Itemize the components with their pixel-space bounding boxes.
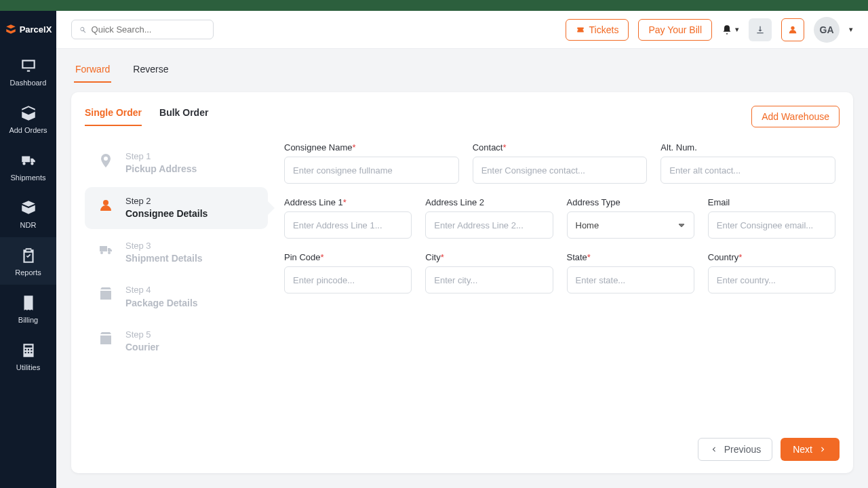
state-field[interactable] (567, 266, 694, 293)
truck-icon (98, 242, 114, 258)
direction-tabs: Forward Reverse (56, 49, 868, 83)
tab-forward[interactable]: Forward (74, 60, 111, 83)
addr1-label: Address Line 1 (284, 197, 412, 207)
monitor-icon (19, 57, 38, 75)
previous-button[interactable]: Previous (698, 438, 772, 461)
sidebar-item-shipments[interactable]: Shipments (0, 142, 56, 190)
contact-field[interactable] (473, 157, 648, 184)
user-icon (787, 24, 798, 35)
box-icon (98, 331, 114, 347)
address-type-select[interactable]: Home (567, 211, 694, 239)
city-label: City (425, 252, 553, 262)
sidebar-item-label: Add Orders (9, 126, 47, 134)
sidebar-item-billing[interactable]: Billing (0, 285, 56, 332)
stepper: Step 1Pickup Address Step 2Consignee Det… (85, 136, 268, 438)
email-field[interactable] (708, 211, 835, 239)
pin-label: Pin Code (284, 252, 412, 262)
order-type-tabs: Single Order Bulk Order (85, 107, 208, 126)
card-body: Step 1Pickup Address Step 2Consignee Det… (85, 136, 840, 438)
sidebar-item-add-orders[interactable]: Add Orders (0, 95, 56, 142)
tickets-button[interactable]: Tickets (566, 19, 629, 41)
sidebar-item-label: Billing (18, 316, 38, 324)
contact-label: Contact (473, 142, 648, 152)
add-warehouse-button[interactable]: Add Warehouse (751, 106, 840, 127)
step-5-courier[interactable]: Step 5Courier (85, 321, 268, 363)
sidebar-item-ndr[interactable]: NDR (0, 190, 56, 237)
step-3-shipment-details[interactable]: Step 3Shipment Details (85, 232, 268, 274)
location-pin-icon (98, 152, 114, 169)
package-return-icon (19, 199, 38, 217)
consignee-form: Consignee Name Contact Alt. Num. Address (268, 136, 840, 438)
sidebar-item-label: Reports (15, 268, 41, 277)
bell-icon (722, 24, 732, 35)
ticket-icon (576, 25, 585, 35)
notifications-dropdown[interactable]: ▾ (722, 24, 739, 35)
sidebar-item-utilities[interactable]: Utilities (0, 332, 56, 380)
arrow-right-icon (818, 445, 827, 454)
logo-icon (5, 23, 17, 35)
calculator-icon (19, 342, 38, 359)
state-label: State (567, 252, 694, 262)
addr2-label: Address Line 2 (425, 197, 553, 207)
box-icon (98, 286, 114, 302)
addr1-field[interactable] (284, 211, 412, 239)
card-footer: Previous Next (85, 438, 840, 461)
sidebar: ParcelX Dashboard Add Orders Shipments N… (0, 11, 56, 488)
truck-icon (19, 152, 38, 169)
user-icon (98, 197, 114, 214)
consignee-name-label: Consignee Name (284, 142, 459, 152)
download-icon (755, 24, 766, 35)
sidebar-item-label: Shipments (11, 174, 46, 182)
main-area: Tickets Pay Your Bill ▾ GA ▾ Forward Rev… (56, 11, 868, 488)
sidebar-item-label: Dashboard (10, 79, 47, 87)
next-button[interactable]: Next (781, 438, 840, 461)
search-input-wrap[interactable] (71, 20, 214, 39)
sidebar-item-label: NDR (20, 221, 37, 229)
avatar[interactable]: GA (814, 17, 840, 43)
pin-field[interactable] (284, 266, 412, 293)
sidebar-item-dashboard[interactable]: Dashboard (0, 47, 56, 95)
step-4-package-details[interactable]: Step 4Package Details (85, 276, 268, 318)
address-type-label: Address Type (567, 197, 694, 207)
email-label: Email (708, 197, 835, 207)
download-button[interactable] (749, 18, 772, 41)
country-label: Country (708, 252, 835, 262)
step-1-pickup-address[interactable]: Step 1Pickup Address (85, 142, 268, 184)
city-field[interactable] (425, 266, 553, 293)
search-input[interactable] (92, 24, 206, 35)
tab-bulk-order[interactable]: Bulk Order (159, 107, 208, 126)
alt-num-field[interactable] (660, 157, 835, 184)
chevron-down-icon: ▾ (735, 25, 739, 34)
avatar-caret-icon[interactable]: ▾ (849, 25, 853, 34)
addr2-field[interactable] (425, 211, 553, 239)
topbar: Tickets Pay Your Bill ▾ GA ▾ (56, 11, 868, 49)
tab-single-order[interactable]: Single Order (85, 107, 142, 126)
search-icon (79, 25, 87, 35)
box-plus-icon (19, 104, 38, 122)
consignee-name-field[interactable] (284, 157, 459, 184)
clipboard-check-icon (19, 247, 38, 264)
receipt-icon (19, 294, 38, 312)
sidebar-item-reports[interactable]: Reports (0, 237, 56, 285)
tab-reverse[interactable]: Reverse (132, 60, 170, 83)
brand-logo: ParcelX (0, 11, 56, 47)
arrow-left-icon (709, 445, 719, 454)
country-field[interactable] (708, 266, 835, 293)
pay-bill-button[interactable]: Pay Your Bill (638, 19, 712, 41)
order-card: Single Order Bulk Order Add Warehouse St… (71, 92, 853, 473)
card-header: Single Order Bulk Order Add Warehouse (85, 106, 840, 127)
sidebar-item-label: Utilities (16, 363, 40, 371)
brand-name: ParcelX (20, 24, 52, 35)
avatar-initials: GA (820, 24, 834, 35)
alt-num-label: Alt. Num. (660, 142, 835, 152)
step-2-consignee-details[interactable]: Step 2Consignee Details (85, 187, 268, 229)
profile-button[interactable] (781, 18, 804, 41)
